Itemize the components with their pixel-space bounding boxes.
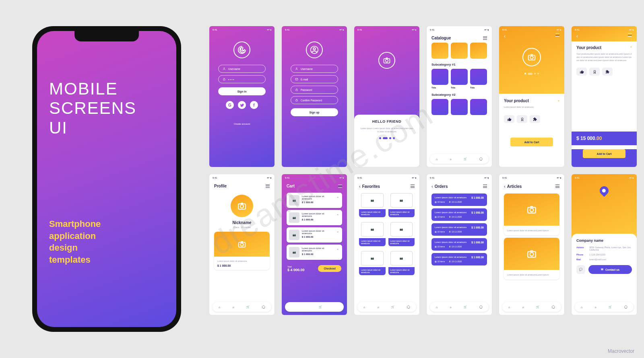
menu-icon[interactable]: [483, 185, 487, 188]
signin-button[interactable]: Sign in: [218, 87, 266, 95]
confirm-password-field[interactable]: Confirm Password: [291, 96, 338, 104]
cart-icon[interactable]: 🛒: [464, 157, 467, 160]
search-icon[interactable]: ⌕: [378, 306, 379, 309]
profile-avatar[interactable]: [231, 195, 253, 217]
home-icon[interactable]: ⌂: [436, 158, 438, 160]
favorite-card[interactable]: 📷Lorem ipsum dolor sit ametcons: [388, 191, 415, 217]
username-field[interactable]: Username: [218, 65, 266, 73]
favorite-card[interactable]: 📷Lorem ipsum dolor sit ametcons: [359, 191, 386, 217]
back-button[interactable]: ‹: [504, 33, 506, 39]
catalogue-tile[interactable]: [451, 69, 468, 85]
add-to-cart-button[interactable]: Add to Cart: [583, 149, 625, 158]
order-row[interactable]: $ 1 000.00Lorem ipsum dolor sit ametcons…: [431, 223, 487, 236]
order-row[interactable]: $ 1 000.00Lorem ipsum dolor sit ametcons…: [431, 253, 487, 265]
profile-icon[interactable]: ◯: [479, 157, 483, 160]
catalogue-tile[interactable]: [431, 69, 448, 85]
back-button[interactable]: ‹: [359, 184, 361, 189]
password-field[interactable]: Password: [291, 86, 338, 94]
like-icon[interactable]: [504, 115, 514, 123]
search-icon[interactable]: ⌕: [595, 306, 597, 309]
catalogue-tile[interactable]: [431, 99, 448, 115]
password-field[interactable]: • • • •: [218, 75, 266, 83]
badge-icon[interactable]: [589, 68, 600, 76]
close-icon[interactable]: ×: [336, 195, 340, 199]
search-icon[interactable]: ⌕: [305, 306, 307, 309]
profile-icon[interactable]: ◯: [407, 305, 410, 309]
contact-button[interactable]: ✉Contact us: [588, 265, 632, 274]
map-pin-icon[interactable]: [598, 184, 610, 197]
order-row[interactable]: $ 1 000.00Lorem ipsum dolor sit ametcons…: [431, 193, 487, 206]
search-icon[interactable]: ⌕: [450, 306, 452, 309]
puzzle-icon[interactable]: [602, 68, 613, 76]
chat-icon[interactable]: 💬: [576, 265, 585, 274]
article-card[interactable]: Lorem ipsum dolor sit ametconsLorem ipsu…: [504, 193, 559, 235]
like-icon[interactable]: [576, 68, 587, 76]
profile-card[interactable]: Lorem ipsum dolor sit ametcons $ 1 000.0…: [214, 232, 270, 270]
cart-icon[interactable]: 🛒: [319, 305, 322, 309]
home-icon[interactable]: ⌂: [508, 306, 510, 309]
favorite-card[interactable]: 📷Lorem ipsum dolor sit ametcons: [388, 249, 415, 275]
catalogue-tile[interactable]: [431, 43, 448, 59]
menu-icon[interactable]: [555, 185, 559, 188]
home-icon[interactable]: ⌂: [436, 306, 438, 309]
add-to-cart-button[interactable]: Add to Cart: [510, 138, 553, 146]
order-row[interactable]: $ 1 000.00Lorem ipsum dolor sit ametcons…: [431, 208, 487, 221]
menu-icon[interactable]: [411, 185, 415, 188]
catalogue-tile[interactable]: [470, 69, 487, 85]
menu-icon[interactable]: [555, 33, 559, 37]
facebook-icon[interactable]: f: [250, 101, 258, 109]
home-icon[interactable]: ⌂: [363, 306, 365, 309]
google-icon[interactable]: G: [226, 101, 234, 109]
home-icon[interactable]: ⌂: [291, 306, 293, 309]
catalogue-tile[interactable]: [451, 99, 468, 115]
signup-button[interactable]: Sign up: [291, 108, 338, 116]
cart-item[interactable]: 📷Lorem ipsum dolor sit ametcons$ 1 000.0…: [287, 245, 342, 260]
favorite-card[interactable]: 📷Lorem ipsum dolor sit ametcons: [388, 220, 415, 246]
close-icon[interactable]: ×: [336, 247, 340, 251]
profile-icon[interactable]: ◯: [479, 305, 483, 309]
profile-icon[interactable]: ◯: [624, 305, 627, 309]
bookmark-icon[interactable]: ▾: [630, 45, 632, 50]
home-icon[interactable]: ⌂: [219, 306, 220, 309]
menu-icon[interactable]: [483, 37, 487, 40]
cart-icon[interactable]: 🛒: [246, 305, 250, 309]
map-area[interactable]: 9:41••• ⌔ ▮: [572, 174, 637, 239]
cart-item[interactable]: 📷Lorem ipsum dolor sit ametcons$ 1 000.0…: [287, 193, 342, 208]
puzzle-icon[interactable]: [530, 115, 540, 123]
favorite-card[interactable]: 📷Lorem ipsum dolor sit ametcons: [359, 220, 386, 246]
badge-icon[interactable]: [517, 115, 527, 123]
search-icon[interactable]: ⌕: [233, 306, 234, 309]
back-button[interactable]: ‹: [576, 33, 578, 39]
profile-icon[interactable]: ◯: [334, 305, 338, 309]
search-icon[interactable]: ⌕: [450, 158, 452, 160]
email-field[interactable]: E-mail: [291, 75, 338, 83]
profile-icon[interactable]: ◯: [552, 305, 555, 309]
cart-item[interactable]: 📷Lorem ipsum dolor sit ametcons$ 1 000.0…: [287, 227, 342, 243]
back-button[interactable]: ‹: [431, 184, 433, 189]
page-dots[interactable]: [360, 137, 414, 139]
close-icon[interactable]: ×: [336, 230, 340, 234]
favorite-card[interactable]: 📷Lorem ipsum dolor sit ametcons: [359, 249, 386, 275]
article-card[interactable]: Lorem ipsum dolor sit ametconsLorem ipsu…: [504, 238, 559, 280]
profile-icon[interactable]: ◯: [262, 305, 265, 309]
bookmark-icon[interactable]: ▾: [558, 99, 559, 103]
checkout-button[interactable]: Checkout: [318, 265, 341, 272]
cart-icon[interactable]: 🛒: [464, 305, 467, 309]
username-field[interactable]: Username: [291, 65, 338, 73]
catalogue-tile[interactable]: [470, 99, 487, 115]
create-account-link[interactable]: Create account: [209, 123, 275, 125]
catalogue-tile[interactable]: [451, 43, 468, 59]
home-icon[interactable]: ⌂: [581, 306, 582, 309]
cart-icon[interactable]: 🛒: [391, 305, 394, 309]
back-button[interactable]: ‹: [504, 184, 506, 189]
close-icon[interactable]: ×: [336, 212, 340, 216]
order-row[interactable]: $ 1 000.00Lorem ipsum dolor sit ametcons…: [431, 238, 487, 251]
menu-icon[interactable]: [266, 185, 270, 188]
menu-icon[interactable]: [338, 185, 342, 188]
cart-icon[interactable]: 🛒: [609, 305, 612, 309]
search-icon[interactable]: ⌕: [522, 306, 524, 309]
cart-item[interactable]: 📷Lorem ipsum dolor sit ametcons$ 1 000.0…: [287, 210, 342, 225]
twitter-icon[interactable]: [238, 101, 246, 109]
menu-icon[interactable]: [628, 33, 632, 37]
cart-icon[interactable]: 🛒: [536, 305, 539, 309]
